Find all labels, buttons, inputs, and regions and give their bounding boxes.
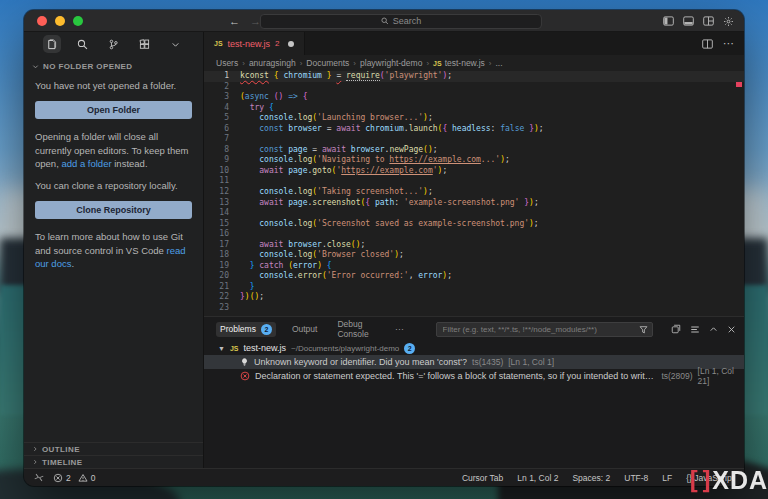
status-spaces-2[interactable]: Spaces: 2: [572, 473, 610, 483]
panel-tab-debug-console[interactable]: Debug Console: [333, 317, 379, 341]
code-line[interactable]: 6 const browser = await chromium.launch(…: [204, 124, 744, 135]
error-icon: [240, 371, 250, 381]
problem-code: ts(1435): [472, 357, 503, 367]
maximize-panel-icon[interactable]: [709, 325, 718, 334]
panel-tab-problems[interactable]: Problems2: [216, 322, 276, 337]
unsaved-dot-icon[interactable]: [288, 41, 294, 47]
chevron-right-icon: [32, 459, 38, 465]
timeline-section[interactable]: TIMELINE: [24, 455, 203, 468]
view-as-list-icon[interactable]: [690, 325, 700, 334]
lightbulb-icon: [240, 357, 249, 367]
minimize-window-button[interactable]: [55, 16, 65, 26]
code-line[interactable]: 9 console.log('Navigating to https://exa…: [204, 155, 744, 166]
line-number: 8: [204, 145, 240, 156]
panel-header-icons: [671, 324, 736, 334]
code-line[interactable]: 19 } catch (error) {: [204, 261, 744, 272]
status-ln-1-col-2[interactable]: Ln 1, Col 2: [517, 473, 558, 483]
code-line[interactable]: 12 console.log('Taking screenshot...');: [204, 187, 744, 198]
line-number: 5: [204, 113, 240, 124]
code-line[interactable]: 10 await page.goto('https://example.com'…: [204, 166, 744, 177]
problem-row[interactable]: Declaration or statement expected. This …: [204, 369, 744, 383]
code-line[interactable]: 3(async () => {: [204, 92, 744, 103]
code-line[interactable]: 20 console.error('Error occurred:', erro…: [204, 271, 744, 282]
js-file-icon: JS: [214, 40, 223, 47]
customize-layout-icon[interactable]: [703, 16, 714, 26]
chevron-down-icon[interactable]: [167, 35, 185, 53]
remote-icon[interactable]: [34, 473, 44, 482]
zoom-window-button[interactable]: [73, 16, 83, 26]
problems-filter-input[interactable]: [443, 325, 635, 334]
explorer-icon[interactable]: [43, 35, 61, 53]
problems-status[interactable]: 2 0: [53, 473, 95, 483]
js-file-icon: JS: [230, 345, 239, 352]
problems-tree: ▼ JS test-new.js ~/Documents/playwright-…: [204, 341, 744, 468]
code-line[interactable]: 21 }: [204, 282, 744, 293]
close-window-button[interactable]: [37, 16, 47, 26]
code-line[interactable]: 1kconst { chromium } = require('playwrig…: [204, 71, 744, 82]
command-search-box[interactable]: Search: [260, 14, 542, 29]
code-line[interactable]: 14: [204, 208, 744, 219]
code-line[interactable]: 4 try {: [204, 103, 744, 114]
timeline-label: TIMELINE: [42, 458, 83, 467]
status-lf[interactable]: LF: [662, 473, 672, 483]
explorer-section-header[interactable]: NO FOLDER OPENED: [24, 56, 203, 75]
open-folder-button[interactable]: Open Folder: [35, 101, 192, 119]
back-icon[interactable]: ←: [229, 15, 240, 27]
line-number: 7: [204, 134, 240, 145]
panel-tab--[interactable]: ⋯: [391, 322, 408, 336]
bottom-panel: Problems2OutputDebug Console⋯: [204, 316, 744, 468]
filter-icon[interactable]: [639, 325, 648, 334]
breadcrumb-separator: ›: [242, 59, 245, 68]
breadcrumb-item[interactable]: JStest-new.js: [433, 58, 485, 68]
outline-section[interactable]: OUTLINE: [24, 442, 203, 455]
code-line[interactable]: 2: [204, 82, 744, 93]
code-line[interactable]: 15 console.log('Screenshot saved as exam…: [204, 219, 744, 230]
code-line[interactable]: 7: [204, 134, 744, 145]
group-by-icon[interactable]: [671, 324, 681, 334]
clone-hint: You can clone a repository locally.: [35, 179, 192, 192]
code-editor[interactable]: 1kconst { chromium } = require('playwrig…: [204, 71, 744, 316]
section-title: NO FOLDER OPENED: [43, 62, 133, 71]
code-line[interactable]: 23: [204, 303, 744, 314]
breadcrumb-item[interactable]: playwright-demo: [360, 58, 422, 68]
code-line[interactable]: 22})();: [204, 292, 744, 303]
line-number: 22: [204, 292, 240, 303]
add-folder-link[interactable]: add a folder: [61, 158, 111, 169]
problem-message: Declaration or statement expected. This …: [255, 371, 656, 381]
chevron-down-icon: [32, 63, 39, 70]
tab-test-new-js[interactable]: JS test-new.js 2: [204, 32, 305, 55]
more-actions-icon[interactable]: ⋯: [723, 37, 735, 50]
source-control-icon[interactable]: [105, 35, 123, 53]
code-line[interactable]: 18 console.log('Browser closed');: [204, 250, 744, 261]
toggle-panel-icon[interactable]: [683, 16, 694, 26]
line-number: 10: [204, 166, 240, 177]
split-editor-icon[interactable]: [702, 39, 713, 49]
problems-filter[interactable]: [436, 322, 653, 337]
breadcrumb-item[interactable]: ...: [495, 58, 502, 68]
problems-count-badge: 2: [404, 343, 415, 354]
toggle-sidebar-icon[interactable]: [663, 16, 674, 26]
extensions-icon[interactable]: [136, 35, 154, 53]
code-line[interactable]: 11: [204, 176, 744, 187]
gear-icon[interactable]: [723, 16, 734, 27]
search-icon[interactable]: [74, 35, 92, 53]
problem-row[interactable]: Unknown keyword or identifier. Did you m…: [204, 355, 744, 369]
activity-bar: [24, 32, 203, 56]
breadcrumb-item[interactable]: Documents: [306, 58, 349, 68]
line-number: 18: [204, 250, 240, 261]
close-panel-icon[interactable]: [727, 325, 736, 334]
breadcrumb-item[interactable]: anuragsingh: [249, 58, 296, 68]
code-line[interactable]: 17 await browser.close();: [204, 240, 744, 251]
clone-repository-button[interactable]: Clone Repository: [35, 201, 192, 219]
code-line[interactable]: 5 console.log('Launching browser...');: [204, 113, 744, 124]
code-line[interactable]: 13 await page.screenshot({ path: 'exampl…: [204, 198, 744, 209]
problems-file-row[interactable]: ▼ JS test-new.js ~/Documents/playwright-…: [204, 341, 744, 355]
panel-tab-output[interactable]: Output: [288, 322, 322, 336]
problem-message: Unknown keyword or identifier. Did you m…: [254, 357, 467, 367]
breadcrumb-item[interactable]: Users: [216, 58, 238, 68]
code-line[interactable]: 8 const page = await browser.newPage();: [204, 145, 744, 156]
status-cursor-tab[interactable]: Cursor Tab: [462, 473, 503, 483]
status-utf-8[interactable]: UTF-8: [624, 473, 648, 483]
code-line[interactable]: 16: [204, 229, 744, 240]
line-number: 21: [204, 282, 240, 293]
